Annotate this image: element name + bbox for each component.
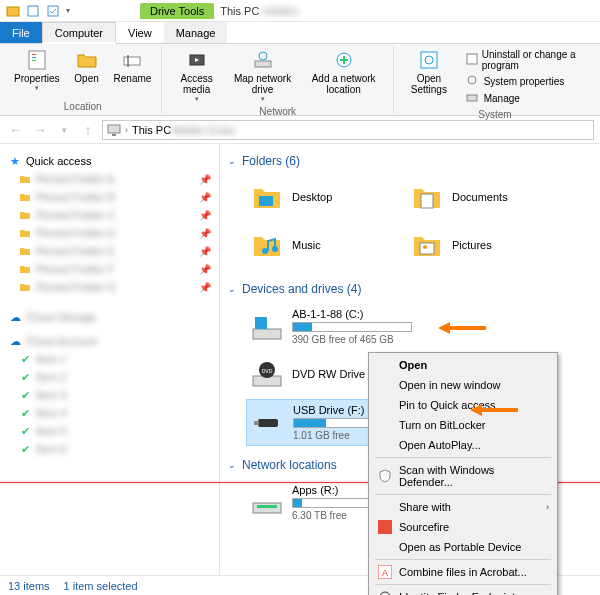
svg-rect-16 (467, 54, 477, 64)
rename-icon (120, 48, 144, 72)
ribbon-group-label: Network (259, 105, 296, 118)
svg-point-12 (259, 52, 267, 60)
system-properties-button[interactable]: System properties (464, 73, 586, 89)
breadcrumb-item[interactable]: This PC (132, 124, 171, 136)
tab-computer[interactable]: Computer (42, 22, 116, 44)
ctx-share-with[interactable]: Share with › (371, 497, 555, 517)
sidebar-cloud-item[interactable]: ✔Item 6 (4, 440, 215, 458)
ctx-combine-acrobat[interactable]: A Combine files in Acrobat... (371, 562, 555, 582)
open-button[interactable]: Open (66, 46, 108, 86)
folder-music[interactable]: Music (246, 224, 386, 266)
sidebar-cloud-item[interactable]: ✔Item 4 (4, 404, 215, 422)
identity-finder-icon (377, 589, 393, 595)
chevron-down-icon: ⌄ (228, 156, 236, 166)
pin-icon: 📌 (199, 246, 211, 257)
folder-pictures[interactable]: Pictures (406, 224, 546, 266)
chevron-down-icon: ⌄ (228, 460, 236, 470)
cloud-icon: ☁ (8, 334, 22, 348)
qat-dropdown-icon[interactable]: ▾ (66, 6, 70, 15)
sidebar-cloud-item[interactable]: ✔Item 1 (4, 350, 215, 368)
folder-icon (18, 172, 32, 186)
properties-button[interactable]: Properties ▾ (10, 46, 64, 94)
breadcrumb[interactable]: › This PC Hidden Extra (102, 120, 594, 140)
add-location-button[interactable]: Add a network location (300, 46, 387, 97)
back-button[interactable]: ← (6, 120, 26, 140)
open-icon (75, 48, 99, 72)
sidebar-cloud-item[interactable]: ✔Item 2 (4, 368, 215, 386)
chevron-down-icon: ▾ (35, 84, 39, 92)
open-settings-button[interactable]: Open Settings (400, 46, 458, 97)
sync-check-icon: ✔ (18, 424, 32, 438)
sidebar-pinned-item[interactable]: Pinned Folder E📌 (4, 242, 215, 260)
pin-icon: 📌 (199, 192, 211, 203)
cloud-header[interactable]: ☁ Cloud Storage (4, 308, 215, 326)
pc-icon (107, 123, 121, 137)
folder-icon (250, 228, 284, 262)
svg-rect-21 (259, 196, 273, 206)
ctx-sourcefire[interactable]: Sourcefire (371, 517, 555, 537)
uninstall-icon (466, 53, 478, 67)
map-drive-button[interactable]: Map network drive ▾ (227, 46, 299, 105)
folder-icon (18, 280, 32, 294)
rename-button[interactable]: Rename (110, 46, 156, 86)
ctx-open-autoplay[interactable]: Open AutoPlay... (371, 435, 555, 455)
ctx-bitlocker[interactable]: Turn on BitLocker (371, 415, 555, 435)
up-button[interactable]: ↑ (78, 120, 98, 140)
history-dropdown[interactable]: ▾ (54, 120, 74, 140)
sidebar-cloud-item[interactable]: ✔Item 5 (4, 422, 215, 440)
folder-icon (18, 244, 32, 258)
svg-text:DVD: DVD (262, 368, 273, 374)
ctx-open-portable[interactable]: Open as Portable Device (371, 537, 555, 557)
sidebar-pinned-item[interactable]: Pinned Folder B📌 (4, 188, 215, 206)
qat-item[interactable] (44, 2, 62, 20)
uninstall-button[interactable]: Uninstall or change a program (464, 48, 586, 72)
sourcefire-icon (377, 519, 393, 535)
capacity-bar (292, 322, 412, 332)
usb-icon (251, 406, 285, 440)
folder-documents[interactable]: Documents (406, 176, 546, 218)
manage-button[interactable]: Manage (464, 90, 586, 106)
shield-icon (377, 468, 393, 484)
window-title-extra: Hidden (263, 5, 298, 17)
ctx-open[interactable]: Open (371, 355, 555, 375)
section-folders-header[interactable]: ⌄ Folders (6) (228, 150, 592, 172)
tab-view[interactable]: View (116, 22, 164, 43)
forward-button[interactable]: → (30, 120, 50, 140)
svg-rect-18 (467, 95, 477, 101)
ribbon-group-location: Properties ▾ Open Rename Location (4, 46, 162, 113)
sidebar-pinned-item[interactable]: Pinned Folder G📌 (4, 278, 215, 296)
pin-icon: 📌 (199, 282, 211, 293)
folder-icon (250, 180, 284, 214)
folder-desktop[interactable]: Desktop (246, 176, 386, 218)
pin-icon: 📌 (199, 228, 211, 239)
ctx-pin-quick-access[interactable]: Pin to Quick access (371, 395, 555, 415)
sidebar-pinned-item[interactable]: Pinned Folder C📌 (4, 206, 215, 224)
ctx-windows-defender[interactable]: Scan with Windows Defender... (371, 460, 555, 492)
section-drives-header[interactable]: ⌄ Devices and drives (4) (228, 278, 592, 300)
sidebar-pinned-item[interactable]: Pinned Folder F📌 (4, 260, 215, 278)
quick-access-header[interactable]: ★ Quick access (4, 152, 215, 170)
cloud-sub-header[interactable]: ☁ Cloud Account (4, 332, 215, 350)
access-media-button[interactable]: Access media ▾ (168, 46, 224, 105)
sidebar-pinned-item[interactable]: Pinned Folder A📌 (4, 170, 215, 188)
drive-c[interactable]: AB-1-1-88 (C:) 390 GB free of 465 GB (246, 304, 416, 349)
svg-rect-32 (258, 419, 278, 427)
sidebar: ★ Quick access Pinned Folder A📌Pinned Fo… (0, 144, 220, 575)
qat-item[interactable] (24, 2, 42, 20)
svg-rect-14 (421, 52, 437, 68)
properties-icon (25, 48, 49, 72)
ctx-separator (375, 457, 551, 458)
folder-icon (18, 226, 32, 240)
sync-check-icon: ✔ (18, 442, 32, 456)
tab-file[interactable]: File (0, 22, 42, 43)
ctx-separator (375, 584, 551, 585)
ctx-identity-finder[interactable]: Identity Finder Endpoint › (371, 587, 555, 595)
tab-manage[interactable]: Manage (164, 22, 228, 43)
sidebar-cloud-item[interactable]: ✔Item 3 (4, 386, 215, 404)
svg-rect-33 (254, 421, 259, 425)
svg-rect-27 (253, 329, 281, 339)
folder-icon (410, 180, 444, 214)
ctx-open-new-window[interactable]: Open in new window (371, 375, 555, 395)
chevron-down-icon: ⌄ (228, 284, 236, 294)
sidebar-pinned-item[interactable]: Pinned Folder D📌 (4, 224, 215, 242)
